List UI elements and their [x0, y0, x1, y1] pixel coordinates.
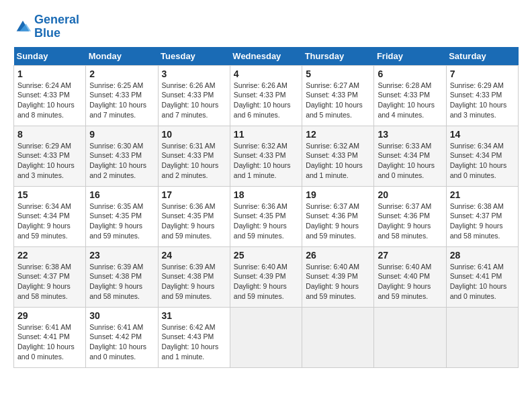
week-row-3: 15Sunrise: 6:34 AM Sunset: 4:34 PM Dayli… — [14, 186, 519, 246]
day-cell-12: 12Sunrise: 6:32 AM Sunset: 4:33 PM Dayli… — [302, 126, 374, 186]
day-cell-25: 25Sunrise: 6:40 AM Sunset: 4:39 PM Dayli… — [230, 246, 302, 307]
logo-text: General Blue — [34, 13, 79, 40]
day-cell-8: 8Sunrise: 6:29 AM Sunset: 4:33 PM Daylig… — [14, 126, 86, 186]
day-cell-31: 31Sunrise: 6:42 AM Sunset: 4:43 PM Dayli… — [158, 307, 230, 367]
day-info: Sunrise: 6:40 AM Sunset: 4:39 PM Dayligh… — [306, 262, 370, 302]
empty-cell — [446, 307, 518, 367]
day-number: 2 — [89, 68, 154, 79]
week-row-2: 8Sunrise: 6:29 AM Sunset: 4:33 PM Daylig… — [14, 126, 519, 186]
day-cell-16: 16Sunrise: 6:35 AM Sunset: 4:35 PM Dayli… — [86, 186, 158, 246]
day-number: 23 — [89, 250, 154, 261]
day-number: 31 — [162, 310, 226, 321]
day-info: Sunrise: 6:24 AM Sunset: 4:33 PM Dayligh… — [17, 81, 82, 120]
header-day-saturday: Saturday — [446, 47, 518, 66]
day-cell-24: 24Sunrise: 6:39 AM Sunset: 4:38 PM Dayli… — [158, 246, 230, 307]
day-info: Sunrise: 6:38 AM Sunset: 4:37 PM Dayligh… — [450, 201, 515, 241]
day-info: Sunrise: 6:27 AM Sunset: 4:33 PM Dayligh… — [306, 81, 370, 120]
header-row: SundayMondayTuesdayWednesdayThursdayFrid… — [14, 47, 519, 66]
day-info: Sunrise: 6:33 AM Sunset: 4:34 PM Dayligh… — [378, 141, 442, 181]
day-number: 7 — [450, 68, 515, 79]
day-cell-27: 27Sunrise: 6:40 AM Sunset: 4:40 PM Dayli… — [374, 246, 446, 307]
day-cell-7: 7Sunrise: 6:29 AM Sunset: 4:33 PM Daylig… — [446, 65, 518, 126]
day-number: 8 — [17, 129, 82, 140]
day-cell-14: 14Sunrise: 6:34 AM Sunset: 4:34 PM Dayli… — [446, 126, 518, 186]
day-info: Sunrise: 6:29 AM Sunset: 4:33 PM Dayligh… — [450, 81, 515, 120]
day-info: Sunrise: 6:30 AM Sunset: 4:33 PM Dayligh… — [89, 141, 154, 181]
day-info: Sunrise: 6:39 AM Sunset: 4:38 PM Dayligh… — [162, 262, 226, 302]
day-number: 22 — [17, 250, 82, 261]
logo: General Blue — [13, 13, 79, 40]
day-number: 27 — [378, 250, 442, 261]
day-cell-28: 28Sunrise: 6:41 AM Sunset: 4:41 PM Dayli… — [446, 246, 518, 307]
header-day-thursday: Thursday — [302, 47, 374, 66]
day-number: 3 — [162, 68, 226, 79]
day-cell-26: 26Sunrise: 6:40 AM Sunset: 4:39 PM Dayli… — [302, 246, 374, 307]
day-cell-30: 30Sunrise: 6:41 AM Sunset: 4:42 PM Dayli… — [86, 307, 158, 367]
day-info: Sunrise: 6:25 AM Sunset: 4:33 PM Dayligh… — [89, 81, 154, 120]
day-number: 20 — [378, 189, 442, 200]
day-number: 29 — [17, 310, 82, 321]
day-cell-11: 11Sunrise: 6:32 AM Sunset: 4:33 PM Dayli… — [230, 126, 302, 186]
day-number: 21 — [450, 189, 515, 200]
day-info: Sunrise: 6:34 AM Sunset: 4:34 PM Dayligh… — [17, 201, 82, 241]
calendar-body: 1Sunrise: 6:24 AM Sunset: 4:33 PM Daylig… — [14, 65, 519, 367]
day-cell-15: 15Sunrise: 6:34 AM Sunset: 4:34 PM Dayli… — [14, 186, 86, 246]
day-number: 4 — [234, 68, 298, 79]
week-row-4: 22Sunrise: 6:38 AM Sunset: 4:37 PM Dayli… — [14, 246, 519, 307]
day-info: Sunrise: 6:35 AM Sunset: 4:35 PM Dayligh… — [89, 201, 154, 241]
day-cell-2: 2Sunrise: 6:25 AM Sunset: 4:33 PM Daylig… — [86, 65, 158, 126]
header-day-monday: Monday — [86, 47, 158, 66]
day-cell-17: 17Sunrise: 6:36 AM Sunset: 4:35 PM Dayli… — [158, 186, 230, 246]
day-number: 11 — [234, 129, 298, 140]
header-day-sunday: Sunday — [14, 47, 86, 66]
day-info: Sunrise: 6:26 AM Sunset: 4:33 PM Dayligh… — [234, 81, 298, 120]
day-info: Sunrise: 6:37 AM Sunset: 4:36 PM Dayligh… — [306, 201, 370, 241]
day-number: 30 — [89, 310, 154, 321]
day-cell-13: 13Sunrise: 6:33 AM Sunset: 4:34 PM Dayli… — [374, 126, 446, 186]
empty-cell — [374, 307, 446, 367]
day-cell-19: 19Sunrise: 6:37 AM Sunset: 4:36 PM Dayli… — [302, 186, 374, 246]
day-info: Sunrise: 6:31 AM Sunset: 4:33 PM Dayligh… — [162, 141, 226, 181]
day-info: Sunrise: 6:40 AM Sunset: 4:40 PM Dayligh… — [378, 262, 442, 302]
calendar-table: SundayMondayTuesdayWednesdayThursdayFrid… — [13, 47, 519, 368]
day-number: 6 — [378, 68, 442, 79]
header-day-friday: Friday — [374, 47, 446, 66]
day-info: Sunrise: 6:37 AM Sunset: 4:36 PM Dayligh… — [378, 201, 442, 241]
day-cell-1: 1Sunrise: 6:24 AM Sunset: 4:33 PM Daylig… — [14, 65, 86, 126]
day-cell-22: 22Sunrise: 6:38 AM Sunset: 4:37 PM Dayli… — [14, 246, 86, 307]
day-number: 24 — [162, 250, 226, 261]
day-info: Sunrise: 6:41 AM Sunset: 4:41 PM Dayligh… — [450, 262, 515, 302]
day-cell-29: 29Sunrise: 6:41 AM Sunset: 4:41 PM Dayli… — [14, 307, 86, 367]
day-number: 15 — [17, 189, 82, 200]
day-cell-3: 3Sunrise: 6:26 AM Sunset: 4:33 PM Daylig… — [158, 65, 230, 126]
day-info: Sunrise: 6:41 AM Sunset: 4:42 PM Dayligh… — [89, 322, 154, 362]
day-number: 9 — [89, 129, 154, 140]
day-number: 26 — [306, 250, 370, 261]
day-number: 19 — [306, 189, 370, 200]
day-cell-21: 21Sunrise: 6:38 AM Sunset: 4:37 PM Dayli… — [446, 186, 518, 246]
day-number: 18 — [234, 189, 298, 200]
day-info: Sunrise: 6:41 AM Sunset: 4:41 PM Dayligh… — [17, 322, 82, 362]
day-cell-18: 18Sunrise: 6:36 AM Sunset: 4:35 PM Dayli… — [230, 186, 302, 246]
day-info: Sunrise: 6:40 AM Sunset: 4:39 PM Dayligh… — [234, 262, 298, 302]
day-number: 16 — [89, 189, 154, 200]
day-cell-6: 6Sunrise: 6:28 AM Sunset: 4:33 PM Daylig… — [374, 65, 446, 126]
day-info: Sunrise: 6:32 AM Sunset: 4:33 PM Dayligh… — [306, 141, 370, 181]
day-number: 12 — [306, 129, 370, 140]
page-header: General Blue — [13, 13, 519, 40]
day-cell-10: 10Sunrise: 6:31 AM Sunset: 4:33 PM Dayli… — [158, 126, 230, 186]
day-info: Sunrise: 6:38 AM Sunset: 4:37 PM Dayligh… — [17, 262, 82, 302]
logo-icon — [13, 17, 32, 36]
week-row-1: 1Sunrise: 6:24 AM Sunset: 4:33 PM Daylig… — [14, 65, 519, 126]
day-cell-9: 9Sunrise: 6:30 AM Sunset: 4:33 PM Daylig… — [86, 126, 158, 186]
header-day-wednesday: Wednesday — [230, 47, 302, 66]
day-info: Sunrise: 6:39 AM Sunset: 4:38 PM Dayligh… — [89, 262, 154, 302]
day-info: Sunrise: 6:34 AM Sunset: 4:34 PM Dayligh… — [450, 141, 515, 181]
day-cell-4: 4Sunrise: 6:26 AM Sunset: 4:33 PM Daylig… — [230, 65, 302, 126]
day-number: 10 — [162, 129, 226, 140]
day-info: Sunrise: 6:42 AM Sunset: 4:43 PM Dayligh… — [162, 322, 226, 362]
day-info: Sunrise: 6:26 AM Sunset: 4:33 PM Dayligh… — [162, 81, 226, 120]
empty-cell — [230, 307, 302, 367]
day-cell-5: 5Sunrise: 6:27 AM Sunset: 4:33 PM Daylig… — [302, 65, 374, 126]
day-number: 5 — [306, 68, 370, 79]
